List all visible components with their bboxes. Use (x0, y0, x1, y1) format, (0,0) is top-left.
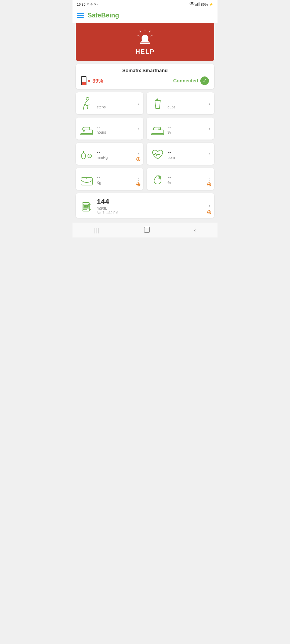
metric-card-mmhg[interactable]: -- mmHg › ⊕ (76, 143, 143, 165)
svg-rect-20 (82, 153, 85, 159)
metric-card-blood-o2[interactable]: 2 -- % › ⊕ (147, 168, 214, 190)
bpm-arrow: › (209, 151, 211, 157)
glucose-unit: mg/dL (97, 206, 211, 210)
sleep-pct-arrow: › (209, 126, 211, 132)
svg-point-13 (86, 97, 89, 100)
svg-rect-16 (81, 134, 93, 135)
sleep-hours-icon (79, 122, 94, 136)
hours-value: -- (97, 124, 140, 130)
hours-unit: hours (97, 130, 140, 134)
glucose-add-button[interactable]: ⊕ (207, 209, 212, 215)
notification-icons: ⚙ ⚙ 🌤 • (87, 3, 99, 6)
metric-card-hours[interactable]: -- hours › (76, 118, 143, 140)
blood-o2-value: -- (168, 174, 211, 181)
blood-o2-unit: % (168, 181, 211, 185)
nav-home-button[interactable] (143, 226, 150, 235)
svg-line-9 (138, 36, 139, 36)
bpm-unit: bpm (168, 155, 211, 160)
blood-o2-add-button[interactable]: ⊕ (207, 181, 212, 187)
svg-rect-18 (152, 130, 163, 134)
steps-arrow: › (138, 100, 140, 107)
kg-value: -- (97, 174, 140, 181)
svg-rect-2 (197, 4, 197, 6)
app-header: SafeBeing (73, 9, 218, 23)
alarm-icon (136, 29, 154, 46)
bp-icon (79, 147, 94, 162)
svg-rect-4 (198, 2, 199, 6)
kg-add-button[interactable]: ⊕ (136, 181, 141, 187)
steps-icon (79, 97, 94, 111)
connected-check-icon: ✓ (200, 76, 209, 85)
cups-value: -- (168, 99, 211, 105)
metric-card-glucose[interactable]: 90% 144 mg/dL Apr 7, 1:30 PM › ⊕ (76, 193, 214, 218)
metric-card-kg[interactable]: -- Kg › ⊕ (76, 168, 143, 190)
nav-back-button[interactable]: ‹ (194, 227, 196, 234)
status-bar: 16:35 ⚙ ⚙ 🌤 • 86% ⚡ (73, 0, 218, 9)
svg-rect-5 (199, 2, 200, 6)
glucose-icon: 90% (79, 199, 94, 213)
app-name-part1: Safe (88, 12, 101, 19)
svg-rect-38 (144, 227, 150, 232)
connected-info: Connected ✓ (173, 76, 209, 85)
app-logo: SafeBeing (88, 12, 119, 19)
glucose-arrow: › (209, 203, 211, 209)
signal-icon (195, 2, 200, 7)
help-banner[interactable]: HELP (76, 23, 214, 61)
heart-icon (150, 147, 165, 162)
svg-rect-3 (197, 3, 198, 6)
battery-info: 39% (81, 76, 103, 85)
status-left: 16:35 ⚙ ⚙ 🌤 • (77, 2, 99, 6)
wifi-icon (190, 2, 194, 7)
svg-line-29 (90, 179, 91, 179)
kg-unit: Kg (97, 181, 140, 185)
app-name-accent: Being (101, 12, 119, 19)
cups-icon (150, 97, 165, 111)
metric-card-sleep-pct[interactable]: -- % › (147, 118, 214, 140)
connected-label: Connected (173, 78, 198, 84)
svg-rect-11 (141, 41, 148, 42)
glucose-timestamp: Apr 7, 1:30 PM (97, 211, 211, 215)
cups-arrow: › (209, 100, 211, 107)
cups-unit: cups (168, 105, 211, 109)
mmhg-unit: mmHg (97, 155, 140, 160)
sleep-pct-unit: % (168, 130, 211, 134)
sleep-pct-icon (150, 122, 165, 136)
svg-point-17 (83, 130, 85, 132)
status-right: 86% ⚡ (190, 2, 213, 7)
metric-card-steps[interactable]: -- steps › (76, 92, 143, 114)
hamburger-menu[interactable] (77, 13, 84, 18)
svg-rect-19 (151, 134, 164, 135)
smartband-card: Somatix Smartband 39% Connected ✓ (76, 64, 214, 89)
metric-card-bpm[interactable]: -- bpm › (147, 143, 214, 165)
svg-rect-15 (81, 130, 92, 134)
weight-icon (79, 172, 94, 187)
battery-percent: 39% (92, 78, 103, 84)
battery-percent-status: 86% (201, 2, 208, 6)
glucose-value: 144 (97, 197, 211, 206)
svg-point-0 (192, 5, 192, 6)
steps-value: -- (97, 99, 140, 105)
svg-line-7 (140, 31, 141, 32)
mmhg-value: -- (97, 149, 140, 155)
svg-rect-12 (140, 43, 150, 44)
metric-card-cups[interactable]: -- cups › (147, 92, 214, 114)
svg-line-10 (151, 36, 152, 36)
steps-unit: steps (97, 105, 140, 109)
sleep-pct-value: -- (168, 124, 211, 130)
svg-text:90%: 90% (84, 205, 88, 207)
bottom-navigation: ||| ‹ (73, 222, 218, 237)
blood-o2-icon: 2 (150, 172, 165, 187)
metrics-grid: -- steps › -- cups › (76, 92, 214, 218)
help-label: HELP (135, 48, 155, 56)
nav-menu-button[interactable]: ||| (94, 228, 100, 234)
svg-line-28 (82, 179, 83, 179)
battery-icon-status: ⚡ (209, 2, 213, 6)
smartband-status-row: 39% Connected ✓ (81, 76, 209, 85)
time-display: 16:35 (77, 2, 86, 6)
smartband-title: Somatix Smartband (81, 68, 209, 74)
svg-rect-1 (195, 5, 196, 6)
hours-arrow: › (138, 126, 140, 132)
svg-line-8 (149, 31, 150, 32)
mmhg-add-button[interactable]: ⊕ (136, 156, 141, 162)
bpm-value: -- (168, 149, 211, 155)
